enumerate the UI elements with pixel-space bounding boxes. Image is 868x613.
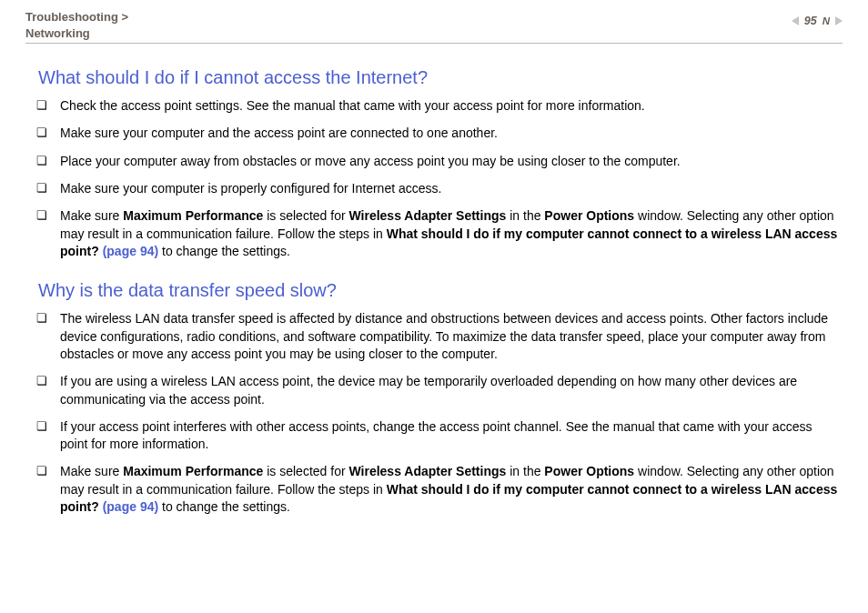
text: is selected for [263, 208, 348, 223]
question-heading: What should I do if I cannot access the … [38, 67, 843, 88]
text: to change the settings. [158, 499, 290, 514]
text: Make sure [60, 208, 123, 223]
list-item: Make sure Maximum Performance is selecte… [35, 207, 843, 260]
text: If you are using a wireless LAN access p… [60, 374, 797, 406]
bullet-list: Check the access point settings. See the… [35, 97, 843, 260]
document-page: Troubleshooting > Networking 95 N What s… [0, 0, 868, 613]
text: Make sure your computer is properly conf… [60, 181, 441, 196]
next-page-icon[interactable] [835, 16, 843, 25]
text: Make sure your computer and the access p… [60, 126, 498, 140]
bullet-list: The wireless LAN data transfer speed is … [35, 310, 843, 516]
text: Make sure [60, 464, 123, 478]
text: is selected for [263, 464, 348, 478]
page-header: Troubleshooting > Networking 95 N [25, 9, 843, 44]
page-nav: 95 N [792, 9, 843, 27]
page-number: 95 [804, 15, 817, 27]
text: The wireless LAN data transfer speed is … [60, 311, 828, 361]
list-item: Place your computer away from obstacles … [35, 153, 843, 170]
breadcrumb-separator: > [121, 10, 128, 24]
text: in the [506, 464, 544, 478]
page-content: What should I do if I cannot access the … [25, 67, 843, 516]
prev-page-icon[interactable] [792, 16, 799, 25]
list-item: The wireless LAN data transfer speed is … [35, 310, 843, 363]
list-item: Make sure your computer and the access p… [35, 125, 843, 142]
list-item: Make sure Maximum Performance is selecte… [35, 463, 843, 516]
list-item: If you are using a wireless LAN access p… [35, 373, 843, 408]
text: to change the settings. [158, 244, 290, 258]
list-item: Check the access point settings. See the… [35, 97, 843, 115]
n-label: N [823, 15, 830, 26]
bold-text: Wireless Adapter Settings [348, 464, 506, 478]
question-heading: Why is the data transfer speed slow? [38, 280, 843, 301]
bold-text: Maximum Performance [123, 208, 263, 223]
text: Check the access point settings. See the… [60, 98, 645, 113]
bold-text: Power Options [544, 208, 634, 223]
bold-text: Wireless Adapter Settings [348, 208, 506, 223]
breadcrumb: Troubleshooting > Networking [25, 9, 128, 41]
breadcrumb-subsection: Networking [25, 26, 90, 40]
list-item: If your access point interferes with oth… [35, 418, 843, 454]
page-link[interactable]: (page 94) [103, 244, 158, 258]
bold-text: Power Options [544, 464, 634, 478]
text: Place your computer away from obstacles … [60, 154, 681, 168]
breadcrumb-section: Troubleshooting [25, 10, 118, 24]
list-item: Make sure your computer is properly conf… [35, 180, 843, 197]
text: If your access point interferes with oth… [60, 419, 812, 451]
text: in the [506, 208, 544, 223]
bold-text: Maximum Performance [123, 464, 263, 478]
page-link[interactable]: (page 94) [103, 499, 158, 514]
